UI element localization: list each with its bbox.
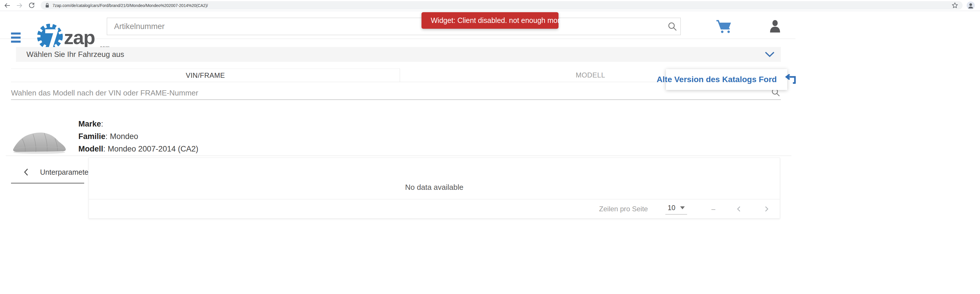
article-search (107, 18, 681, 35)
caret-down-icon (680, 207, 685, 209)
vehicle-select-accordion[interactable]: Wählen Sie Ihr Fahrzeug aus (16, 47, 781, 62)
toast-close-button[interactable]: X (569, 16, 574, 25)
lock-icon (45, 3, 49, 8)
previous-page-button[interactable] (736, 205, 743, 213)
covered-car-image (11, 127, 67, 154)
vin-search (11, 86, 781, 100)
next-page-button[interactable] (763, 205, 770, 213)
article-search-input[interactable] (107, 22, 664, 31)
vehicle-info-value: Mondeo 2007-2014 (CA2) (108, 145, 198, 153)
page-range-label: – (711, 205, 715, 213)
old-catalog-link[interactable]: Alte Version des Katalogs Ford (666, 69, 787, 90)
menu-icon[interactable] (11, 32, 21, 43)
chevron-left-icon[interactable] (23, 168, 29, 176)
section-divider (6, 156, 791, 156)
return-arrow-icon (784, 74, 797, 85)
subparameter-label: Unterparameter (40, 168, 91, 176)
rows-per-page-label: Zeilen pro Seite (599, 205, 648, 213)
browser-profile-avatar[interactable] (967, 2, 975, 10)
site-header: zap .com (0, 11, 795, 39)
gear-icon (39, 26, 61, 51)
tab-vin-frame[interactable]: VIN/FRAME (11, 68, 400, 82)
user-icon[interactable] (766, 18, 784, 35)
vehicle-info: Marke FamilieMondeo ModellMondeo 2007-20… (78, 118, 198, 155)
browser-chrome: 7zap.com/de/catalog/cars/Ford/brand/21/0… (0, 0, 980, 11)
vehicle-select-title: Wählen Sie Ihr Fahrzeug aus (26, 50, 124, 59)
rows-per-page-value: 10 (668, 204, 676, 212)
chevron-down-icon[interactable] (764, 51, 775, 58)
old-catalog-link-label: Alte Version des Katalogs Ford (657, 75, 777, 84)
url-text: 7zap.com/de/catalog/cars/Ford/brand/21/0… (52, 3, 208, 8)
vehicle-info-row: ModellMondeo 2007-2014 (CA2) (78, 143, 198, 155)
forward-icon[interactable] (14, 1, 24, 10)
bookmark-star-icon[interactable] (951, 2, 959, 9)
rows-per-page-select[interactable]: 10 (665, 203, 687, 215)
empty-message: No data available (89, 158, 780, 199)
results-card: No data available Zeilen pro Seite 10 – (89, 157, 780, 219)
logo-name: zap (64, 26, 95, 48)
back-icon[interactable] (2, 1, 12, 10)
tab-modell-label: MODELL (576, 71, 605, 79)
vin-search-input[interactable] (11, 89, 771, 97)
vehicle-info-label: Marke (78, 119, 103, 128)
screen: 7zap.com/de/catalog/cars/Ford/brand/21/0… (0, 0, 980, 294)
refresh-icon[interactable] (27, 1, 37, 10)
search-icon[interactable] (664, 18, 681, 35)
tab-vin-frame-label: VIN/FRAME (186, 72, 225, 79)
vehicle-info-label: Familie (78, 132, 108, 141)
toast-message: Widget: Client disabled. not enough mone… (431, 16, 569, 25)
toast-notification: Widget: Client disabled. not enough mone… (422, 12, 558, 29)
vehicle-info-row: Marke (78, 118, 198, 130)
vehicle-info-value: Mondeo (110, 132, 138, 141)
cart-icon[interactable] (715, 18, 732, 35)
vehicle-info-row: FamilieMondeo (78, 130, 198, 143)
subparameter-tab[interactable]: Unterparameter (11, 161, 84, 183)
vehicle-info-label: Modell (78, 145, 105, 153)
url-bar[interactable]: 7zap.com/de/catalog/cars/Ford/brand/21/0… (41, 1, 963, 10)
pagination-bar: Zeilen pro Seite 10 – (89, 199, 780, 218)
